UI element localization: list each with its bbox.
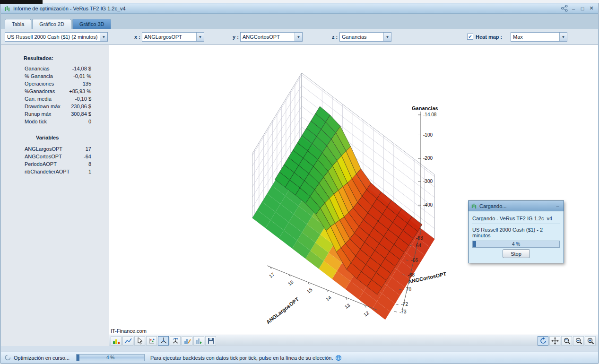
instrument-select[interactable]: US Russell 2000 Cash ($1) (2 minutos) ▼ [5, 32, 108, 42]
statusbar: Optimización en curso... 4 % Para ejecut… [1, 352, 598, 363]
y-axis-select-value: ANGCortosOPT [241, 34, 295, 40]
variable-value: -64 [84, 153, 91, 160]
zoom-out-icon[interactable] [573, 336, 584, 346]
background-window-strip [0, 0, 43, 4]
result-row: % Ganancia -0,01 % [25, 72, 91, 80]
result-label: Operaciones [25, 80, 54, 87]
statusbar-progressbar: 4 % [76, 354, 145, 361]
result-label: % Ganancia [25, 72, 53, 80]
watermark: IT-Finance.com [111, 328, 147, 334]
tab-grafico-2d[interactable]: Gráfico 2D [32, 19, 71, 29]
loading-dialog-titlebar[interactable]: Cargando... – [469, 201, 564, 211]
variable-row: ANGCortosOPT -64 [25, 153, 91, 160]
result-value: -14,08 $ [72, 65, 91, 72]
y-axis-select[interactable]: ANGCortosOPT ▼ [240, 32, 303, 42]
chevron-down-icon: ▼ [559, 33, 567, 41]
loading-line-1: Cargando - VeRus TF2 IG 1.2c_v4 [472, 214, 560, 224]
dialog-minimize-button[interactable]: – [554, 203, 561, 209]
result-value: -0,10 $ [75, 95, 91, 103]
heatmap-mode-value: Max [511, 34, 559, 40]
zoom-window-icon[interactable] [561, 336, 572, 346]
pan-view-icon[interactable] [549, 336, 560, 346]
result-value: -0,01 % [73, 72, 91, 80]
optimization-report-window: Informe de optimización - VeRus TF2 IG 1… [0, 3, 599, 364]
window-bottom-gap [1, 346, 598, 352]
rotate-view-icon[interactable] [538, 336, 548, 346]
variable-label: nbChandelierAOPT [25, 168, 69, 175]
result-label: Modo tick [25, 118, 47, 125]
tab-tabla[interactable]: Tabla [5, 19, 31, 29]
zoom-in-icon[interactable] [585, 336, 596, 346]
loading-dialog-title: Cargando... [479, 203, 506, 209]
z-axis-select[interactable]: Ganancias ▼ [339, 32, 391, 42]
loading-dialog-body: Cargando - VeRus TF2 IG 1.2c_v4 US Russe… [469, 211, 564, 263]
chart-export-icon[interactable] [193, 336, 204, 346]
statusbar-progress-label: 4 % [77, 355, 144, 361]
chevron-down-icon: ▼ [383, 33, 391, 41]
chart-edit-icon[interactable] [182, 336, 192, 346]
statusbar-message: Para ejecutar backtests con datos tick p… [150, 355, 342, 361]
tab-strip: Tabla Gráfico 2D Gráfico 3D [1, 14, 598, 29]
loading-progressbar: 4 % [472, 241, 560, 248]
chart-line-icon[interactable] [122, 336, 133, 346]
rotate-3d-icon[interactable] [170, 336, 181, 346]
heatmap-mode-select[interactable]: Max ▼ [511, 32, 567, 42]
dialog-button-row: Stop [472, 248, 560, 260]
result-row: Drawdown máx 230,86 $ [25, 103, 91, 110]
chart-options-toolbar: US Russell 2000 Cash ($1) (2 minutos) ▼ … [1, 29, 598, 45]
variable-value: 8 [88, 160, 91, 168]
variable-value: 17 [86, 145, 91, 153]
result-value: 230,86 $ [71, 103, 91, 110]
app-chart-icon [471, 203, 477, 209]
scatter-3d-icon[interactable] [146, 336, 157, 346]
chevron-down-icon: ▼ [100, 33, 107, 41]
results-sidebar: Resultados: Ganancias -14,08 $ % Gananci… [1, 45, 109, 346]
globe-icon[interactable] [335, 355, 342, 361]
statusbar-left-text: Optimización en curso... [14, 355, 69, 361]
maximize-button[interactable]: □ [579, 5, 586, 12]
window-title: Informe de optimización - VeRus TF2 IG 1… [13, 6, 126, 11]
loading-line-2: US Russell 2000 Cash ($1) - 2 minutos [472, 224, 560, 241]
result-row: Gan. media -0,10 $ [25, 95, 91, 103]
titlebar[interactable]: Informe de optimización - VeRus TF2 IG 1… [1, 3, 598, 14]
progress-spinner-icon [5, 355, 11, 361]
surface-chart-area[interactable]: IT-Finance.com [109, 45, 598, 335]
x-axis-select-value: ANGLargosOPT [142, 34, 196, 40]
result-label: %Ganadoras [25, 87, 55, 95]
x-axis-select[interactable]: ANGLargosOPT ▼ [142, 32, 204, 42]
app-chart-icon [4, 5, 10, 12]
close-button[interactable]: ✕ [588, 5, 595, 12]
stop-button[interactable]: Stop [503, 249, 530, 258]
minimize-button[interactable]: – [570, 5, 577, 12]
chevron-down-icon: ▼ [196, 33, 204, 41]
variable-value: 1 [88, 168, 91, 175]
result-row: Ganancias -14,08 $ [25, 65, 91, 72]
results-title: Resultados: [24, 55, 109, 61]
cursor-icon[interactable] [134, 336, 145, 346]
instrument-select-value: US Russell 2000 Cash ($1) (2 minutos) [5, 34, 100, 40]
variables-title: Variables [36, 135, 109, 140]
tab-grafico-3d[interactable]: Gráfico 3D [72, 19, 112, 29]
loading-dialog: Cargando... – Cargando - VeRus TF2 IG 1.… [468, 200, 564, 263]
result-value: 135 [83, 80, 91, 87]
result-row: Operaciones 135 [25, 80, 91, 87]
chart-heatmap-icon[interactable] [111, 336, 122, 346]
result-row: Modo tick 0 [25, 118, 91, 125]
x-axis-label: x : [134, 34, 140, 40]
variable-row: ANGLargosOPT 17 [25, 145, 91, 153]
loading-progress-label: 4 % [473, 241, 559, 247]
result-label: Gan. media [25, 95, 52, 103]
variable-row: nbChandelierAOPT 1 [25, 168, 91, 175]
variable-label: PeriodoAOPT [25, 160, 57, 168]
heatmap-checkbox[interactable] [467, 34, 473, 40]
result-value: 0 [88, 118, 91, 125]
result-label: Runup máx [25, 110, 51, 118]
surface-3d-icon[interactable] [158, 336, 169, 346]
chart-toolbar [109, 335, 598, 346]
z-axis-label: z : [332, 34, 338, 40]
save-icon[interactable] [205, 336, 216, 346]
z-axis-select-value: Ganancias [340, 34, 383, 40]
y-axis-label: y : [233, 34, 239, 40]
result-value: +85,93 % [69, 87, 91, 95]
share-icon[interactable] [561, 5, 568, 12]
